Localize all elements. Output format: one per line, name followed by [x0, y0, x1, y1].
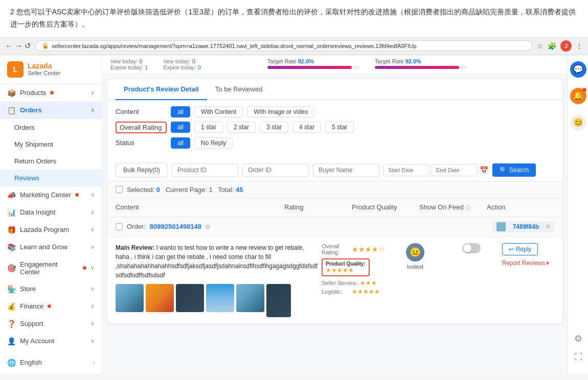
- sidebar-item-returnorders[interactable]: Return Orders: [0, 153, 102, 170]
- report-reviews-link[interactable]: Report Reviews ▾: [502, 259, 550, 267]
- sidebar-item-myshipment[interactable]: My Shipment: [0, 136, 102, 153]
- rating-5-btn[interactable]: 5 star: [325, 122, 354, 133]
- browser-bar: ← → ↺ 🔒 sellercenter.lazada.sg/apps/revi…: [0, 37, 588, 55]
- status-all-btn[interactable]: all: [171, 137, 190, 149]
- review-img-5[interactable]: [236, 284, 264, 312]
- content-with-btn[interactable]: With Content: [194, 106, 243, 117]
- sidebar-item-engagement[interactable]: 🎯 Engagement Center ∨: [0, 256, 102, 280]
- menu-icon[interactable]: ⋮: [576, 42, 583, 50]
- rating-4-btn[interactable]: 4 star: [292, 122, 321, 133]
- buyer-name-input[interactable]: [313, 163, 379, 177]
- account-arrow: ∨: [91, 338, 95, 344]
- gear-icon[interactable]: ⚙: [574, 333, 582, 344]
- chat-icon-btn[interactable]: 💬: [570, 61, 586, 78]
- tab-to-be-reviewed[interactable]: To be Reviewed: [207, 79, 271, 100]
- forward-button[interactable]: →: [15, 41, 22, 50]
- sidebar-item-bottom-logo: Lazada —: [0, 371, 102, 374]
- sidebar-logo: L Lazada Seller Center: [0, 55, 102, 84]
- lazadaprogram-icon: 🎁: [7, 226, 16, 234]
- content-all-btn[interactable]: all: [171, 106, 190, 117]
- rating-2-btn[interactable]: 2 star: [227, 122, 256, 133]
- face-icon-btn[interactable]: 😊: [570, 114, 586, 131]
- overall-rating-line: Overall Rating: ★★★★☆: [322, 243, 385, 255]
- sidebar-item-lazadaprogram[interactable]: 🎁 Lazada Program ∨: [0, 221, 102, 239]
- review-img-2[interactable]: [146, 284, 174, 312]
- total-num: 45: [236, 186, 243, 194]
- browser-actions[interactable]: ☆ 🧩 J ⋮: [537, 40, 583, 52]
- end-date-input[interactable]: [432, 164, 478, 176]
- metric2-bar-fill: [375, 66, 460, 69]
- engagement-arrow: ∨: [91, 265, 95, 271]
- review-img-3[interactable]: [176, 284, 204, 312]
- sidebar-item-store[interactable]: 🏪 Store ∨: [0, 280, 102, 298]
- review-img-6[interactable]: [266, 284, 291, 317]
- product-id-input[interactable]: [172, 163, 238, 177]
- browser-nav[interactable]: ← → ↺: [5, 41, 31, 51]
- sidebar-item-orders[interactable]: 📋 Orders ∧: [0, 102, 102, 119]
- face-icon: 😊: [573, 117, 583, 127]
- search-button[interactable]: 🔍 Search: [492, 163, 536, 177]
- rating-3-btn[interactable]: 3 star: [260, 122, 288, 133]
- tab-product-review[interactable]: Product's Review Detail: [116, 79, 207, 100]
- finance-icon: 💰: [7, 302, 16, 311]
- metric1-rate: 92.0%: [298, 58, 314, 64]
- status-no-reply-btn[interactable]: No Reply: [194, 137, 233, 149]
- start-date-input[interactable]: [383, 164, 429, 176]
- engagement-badge: [83, 266, 86, 270]
- review-img-4[interactable]: [206, 284, 234, 312]
- bell-icon-btn[interactable]: 🔔: [570, 88, 586, 104]
- content-filter-label: Content: [116, 108, 167, 115]
- store-icon: 🏪: [7, 285, 16, 293]
- star-icon[interactable]: ☆: [537, 42, 544, 50]
- sidebar-item-account[interactable]: 👤 My Account ∨: [0, 332, 102, 350]
- main-review-label: Main Review:: [116, 244, 154, 251]
- rating-all-btn[interactable]: all: [171, 122, 190, 133]
- extension-icon[interactable]: 🧩: [548, 42, 556, 50]
- user-avatar[interactable]: J: [560, 40, 572, 52]
- content-img-btn[interactable]: With image or video: [247, 106, 314, 117]
- bulk-reply-button[interactable]: Bulk Reply(0): [116, 163, 168, 177]
- sidebar-item-datainsight[interactable]: 📊 Data Insight ∨: [0, 204, 102, 221]
- review-container: Product's Review Detail To be Reviewed C…: [107, 79, 562, 324]
- stat2-expire: Expire today: 0: [163, 64, 200, 70]
- sidebar-item-reviews[interactable]: Reviews: [0, 170, 102, 186]
- sidebar-item-finance[interactable]: 💰 Finance ∨: [0, 298, 102, 315]
- report-reviews-label: Report Reviews: [502, 259, 546, 267]
- sidebar-item-marketing[interactable]: 📣 Marketing Center ∨: [0, 186, 102, 204]
- showonfeed-info-icon[interactable]: ⓘ: [465, 204, 471, 210]
- sidebar-item-support[interactable]: ❓ Support ∨: [0, 315, 102, 332]
- order-img-badge: 7489f84b ⧉: [492, 221, 554, 232]
- stat1-new-val: 0: [139, 58, 142, 64]
- order-id-input[interactable]: [242, 163, 309, 177]
- refresh-button[interactable]: ↺: [25, 41, 31, 51]
- order-copy-icon[interactable]: ⧉: [206, 223, 210, 230]
- show-on-feed-toggle[interactable]: [462, 243, 481, 253]
- review-img-1[interactable]: [116, 284, 144, 312]
- metrics-area: Target Rate 92.0% Target Rate 92.0%: [267, 58, 467, 70]
- url-bar[interactable]: 🔒 sellercenter.lazada.sg/apps/review/man…: [35, 40, 533, 51]
- top-stats-row: new today: 0 Expire today: 1 new today: …: [102, 55, 568, 74]
- url-text: sellercenter.lazada.sg/apps/review/manag…: [52, 43, 416, 49]
- stat-block-1: new today: 0 Expire today: 1: [110, 58, 148, 70]
- sidebar-item-language[interactable]: 🌐 English ›: [0, 354, 102, 371]
- sku-copy-icon[interactable]: ⧉: [546, 223, 550, 230]
- sidebar-item-orders-sub[interactable]: Orders: [0, 119, 102, 136]
- order-checkbox[interactable]: [116, 223, 123, 230]
- orders-label: Orders: [20, 106, 42, 114]
- metric-1: Target Rate 92.0%: [267, 58, 359, 70]
- th-action: Action: [487, 203, 554, 211]
- back-button[interactable]: ←: [5, 41, 13, 50]
- select-all-checkbox[interactable]: [116, 186, 123, 193]
- expand-icon[interactable]: ⛶: [574, 352, 582, 362]
- reply-button[interactable]: ↩ Reply: [502, 243, 538, 255]
- store-label: Store: [20, 285, 36, 293]
- instruction-text: 2 您也可以于ASC卖家中心的订单评价版块筛选低评价（1至3星）的订单，查看消费…: [0, 0, 588, 37]
- order-id[interactable]: 80892501498148: [150, 223, 201, 230]
- rating-1-btn[interactable]: 1 star: [194, 122, 223, 133]
- marketing-label: Marketing Center: [20, 191, 71, 199]
- filter-row-status: Status all No Reply: [116, 137, 554, 149]
- reply-icon: ↩: [509, 246, 514, 253]
- sidebar-item-products[interactable]: 📦 Products ∨: [0, 84, 102, 102]
- sidebar-item-learngrow[interactable]: 📚 Learn and Grow ∨: [0, 239, 102, 256]
- calendar-icon[interactable]: 📅: [480, 166, 488, 174]
